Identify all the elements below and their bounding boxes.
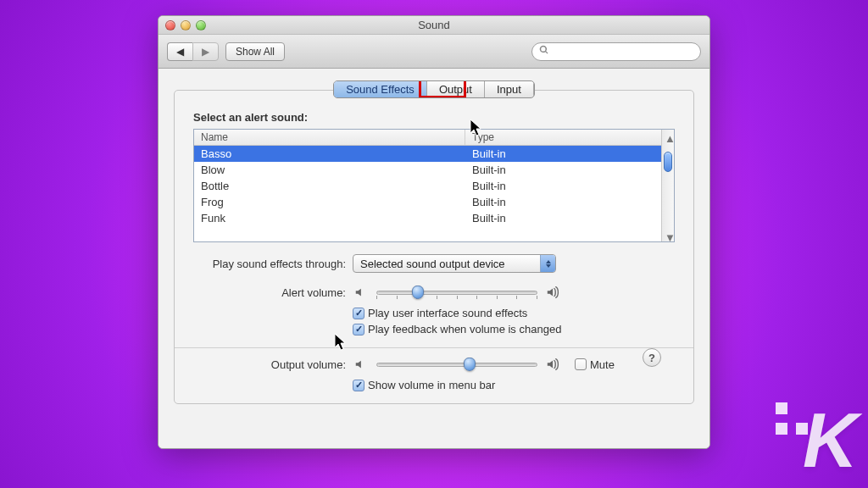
tab-group: Sound Effects Output Input — [333, 80, 535, 98]
output-volume-slider[interactable] — [376, 357, 537, 372]
mouse-cursor-icon — [335, 334, 348, 352]
popup-arrows-icon — [540, 255, 555, 272]
window-title: Sound — [159, 19, 709, 31]
window-titlebar: Sound — [159, 16, 709, 35]
speaker-high-icon — [546, 285, 561, 300]
table-row[interactable]: Bottle Built-in — [194, 178, 661, 194]
tab-label: Sound Effects — [346, 83, 415, 96]
table-row[interactable]: Basso Built-in — [194, 146, 661, 162]
tab-label: Input — [497, 83, 521, 96]
table-scrollbar[interactable]: ▲ ▼ — [661, 130, 674, 241]
tab-bar: Sound Effects Output Input — [174, 80, 694, 98]
help-button[interactable]: ? — [643, 348, 661, 367]
watermark-dots-icon — [776, 402, 808, 435]
alert-sounds-table: Name Type Basso Built-in Blow Built-in — [193, 129, 675, 242]
cell-type: Built-in — [465, 210, 661, 226]
cell-name: Funk — [194, 210, 465, 226]
scroll-down-icon: ▼ — [665, 231, 672, 239]
table-row[interactable]: Blow Built-in — [194, 162, 661, 178]
tab-label: Output — [439, 83, 472, 96]
speaker-low-icon — [353, 357, 368, 372]
settings-panel: Select an alert sound: Name Type Basso B… — [174, 90, 694, 404]
output-volume-label: Output volume: — [193, 358, 346, 371]
help-icon: ? — [648, 352, 655, 364]
scroll-up-icon: ▲ — [665, 132, 672, 140]
column-header-name[interactable]: Name — [194, 130, 465, 145]
speaker-low-icon — [353, 285, 368, 300]
ui-sounds-checkbox[interactable] — [353, 308, 364, 319]
chevron-right-icon: ▶ — [202, 46, 209, 58]
mouse-cursor-icon — [470, 119, 484, 138]
tab-output[interactable]: Output — [427, 81, 485, 97]
show-all-label: Show All — [236, 46, 275, 58]
search-input[interactable] — [553, 45, 693, 58]
cell-name: Blow — [194, 162, 465, 178]
show-all-button[interactable]: Show All — [225, 42, 285, 61]
toolbar: ◀ ▶ Show All — [159, 35, 709, 69]
cell-type: Built-in — [465, 194, 661, 210]
cell-name: Frog — [194, 194, 465, 210]
separator — [175, 347, 693, 348]
alert-sound-heading: Select an alert sound: — [193, 111, 675, 124]
mute-checkbox-label: Mute — [590, 358, 615, 371]
menubar-checkbox[interactable] — [353, 380, 364, 391]
chevron-left-icon: ◀ — [176, 46, 184, 58]
cell-type: Built-in — [465, 146, 661, 162]
table-body: Basso Built-in Blow Built-in Bottle Buil… — [194, 146, 661, 241]
alert-volume-slider[interactable] — [376, 285, 537, 300]
cell-type: Built-in — [465, 178, 661, 194]
scroll-thumb[interactable] — [664, 152, 672, 172]
tab-input[interactable]: Input — [485, 81, 534, 97]
watermark-logo: K — [803, 397, 854, 485]
table-row[interactable]: Funk Built-in — [194, 210, 661, 226]
cell-type: Built-in — [465, 162, 661, 178]
cell-name: Bottle — [194, 178, 465, 194]
search-field[interactable] — [531, 42, 701, 61]
play-through-value: Selected sound output device — [360, 258, 540, 270]
table-row[interactable]: Frog Built-in — [194, 194, 661, 210]
menubar-checkbox-label: Show volume in menu bar — [368, 379, 495, 391]
nav-history-segment: ◀ ▶ — [167, 42, 219, 61]
speaker-high-icon — [546, 357, 561, 372]
forward-button[interactable]: ▶ — [192, 42, 219, 61]
column-header-type[interactable]: Type — [465, 130, 661, 145]
feedback-checkbox[interactable] — [353, 324, 364, 336]
mute-checkbox[interactable] — [575, 358, 587, 370]
sound-preferences-window: Sound ◀ ▶ Show All Sound Eff — [158, 15, 710, 449]
feedback-checkbox-label: Play feedback when volume is changed — [368, 323, 561, 336]
table-header: Name Type — [194, 130, 661, 146]
alert-volume-label: Alert volume: — [193, 286, 346, 299]
search-icon — [539, 45, 553, 58]
back-button[interactable]: ◀ — [167, 42, 192, 61]
play-through-popup[interactable]: Selected sound output device — [353, 254, 556, 273]
cell-name: Basso — [194, 146, 465, 162]
tab-sound-effects[interactable]: Sound Effects — [334, 81, 427, 97]
play-through-label: Play sound effects through: — [193, 258, 346, 270]
content: Sound Effects Output Input Select an ale… — [159, 69, 709, 448]
ui-sounds-checkbox-label: Play user interface sound effects — [368, 307, 527, 319]
